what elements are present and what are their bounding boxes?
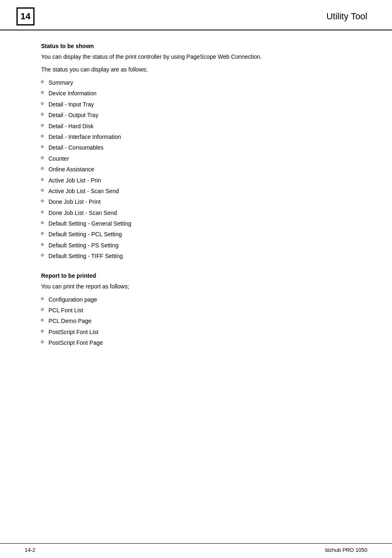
list-item-text: Online Assistance: [48, 165, 94, 174]
list-item-text: Done Job List - Scan Send: [48, 208, 117, 217]
bullet-dot-icon: [41, 200, 44, 202]
report-section: Report to be printed You can print the r…: [41, 272, 359, 348]
list-item: Detail - Output Tray: [41, 111, 359, 120]
report-heading: Report to be printed: [41, 272, 359, 279]
bullet-dot-icon: [41, 102, 44, 105]
list-item: Detail - Input Tray: [41, 100, 359, 109]
page-number: 14: [21, 11, 30, 22]
list-item-text: Detail - Output Tray: [48, 111, 98, 120]
list-item-text: PostScript Font List: [48, 327, 98, 337]
content-area: Status to be shown You can display the s…: [0, 30, 392, 392]
bullet-dot-icon: [41, 167, 44, 170]
list-item: Active Job List - Prin: [41, 176, 359, 185]
list-item-text: Summary: [48, 78, 73, 87]
bullet-dot-icon: [41, 297, 44, 300]
list-item: Detail - Consumables: [41, 143, 359, 152]
list-item: Detail - Hard Disk: [41, 122, 359, 131]
list-item: Active Job List - Scan Send: [41, 187, 359, 196]
list-item: Default Setting - General Setting: [41, 219, 359, 228]
list-item: Counter: [41, 154, 359, 163]
bullet-dot-icon: [41, 178, 44, 181]
bullet-dot-icon: [41, 211, 44, 213]
bullet-dot-icon: [41, 330, 44, 332]
list-item-text: Default Setting - General Setting: [48, 219, 131, 228]
footer-page-ref: 14-2: [25, 547, 35, 553]
list-item: Default Setting - TIFF Setting: [41, 251, 359, 261]
list-item: Done Job List - Print: [41, 197, 359, 206]
page-number-box: 14: [16, 7, 35, 25]
list-item-text: Detail - Hard Disk: [48, 122, 94, 131]
bullet-dot-icon: [41, 319, 44, 321]
bullet-dot-icon: [41, 189, 44, 191]
bullet-dot-icon: [41, 135, 44, 137]
list-item: Online Assistance: [41, 165, 359, 174]
page-footer: 14-2 bizhub PRO 1050: [0, 543, 392, 558]
list-item-text: PostScript Font Page: [48, 338, 103, 347]
status-paragraph1: You can display the status of the print …: [41, 53, 359, 61]
list-item-text: PCL Demo Page: [48, 316, 92, 325]
list-item-text: Default Setting - TIFF Setting: [48, 251, 123, 261]
status-paragraph2: The status you can display are as follow…: [41, 65, 359, 74]
list-item-text: PCL Font List: [48, 306, 83, 315]
list-item-text: Default Setting - PCL Setting: [48, 230, 122, 239]
list-item: Default Setting - PS Setting: [41, 241, 359, 250]
page-container: 14 Utility Tool Status to be shown You c…: [0, 0, 392, 558]
bullet-dot-icon: [41, 113, 44, 115]
bullet-dot-icon: [41, 232, 44, 235]
list-item-text: Done Job List - Print: [48, 197, 101, 206]
list-item: Device Information: [41, 89, 359, 98]
bullet-dot-icon: [41, 145, 44, 148]
list-item: PostScript Font List: [41, 327, 359, 337]
list-item: Summary: [41, 78, 359, 87]
bullet-dot-icon: [41, 157, 44, 159]
status-list: SummaryDevice InformationDetail - Input …: [41, 78, 359, 261]
list-item-text: Active Job List - Prin: [48, 176, 101, 185]
bullet-dot-icon: [41, 254, 44, 256]
list-item: Done Job List - Scan Send: [41, 208, 359, 217]
list-item-text: Configuration page: [48, 295, 97, 304]
bullet-dot-icon: [41, 91, 44, 94]
report-paragraph: You can print the report as follows;: [41, 282, 359, 291]
list-item-text: Detail - Interface Information: [48, 132, 121, 141]
list-item-text: Detail - Consumables: [48, 143, 104, 152]
list-item: PCL Font List: [41, 306, 359, 315]
list-item: PCL Demo Page: [41, 316, 359, 325]
report-list: Configuration pagePCL Font ListPCL Demo …: [41, 295, 359, 348]
status-section: Status to be shown You can display the s…: [41, 43, 359, 261]
bullet-dot-icon: [41, 243, 44, 246]
bullet-dot-icon: [41, 221, 44, 224]
list-item-text: Detail - Input Tray: [48, 100, 94, 109]
list-item: PostScript Font Page: [41, 338, 359, 347]
list-item: Detail - Interface Information: [41, 132, 359, 141]
footer-product: bizhub PRO 1050: [325, 547, 367, 553]
list-item-text: Device Information: [48, 89, 97, 98]
list-item: Configuration page: [41, 295, 359, 304]
list-item-text: Default Setting - PS Setting: [48, 241, 118, 250]
header-title: Utility Tool: [326, 11, 367, 22]
list-item-text: Active Job List - Scan Send: [48, 187, 119, 196]
bullet-dot-icon: [41, 81, 44, 83]
list-item-text: Counter: [48, 154, 69, 163]
page-header: 14 Utility Tool: [0, 0, 392, 30]
bullet-dot-icon: [41, 308, 44, 311]
list-item: Default Setting - PCL Setting: [41, 230, 359, 239]
bullet-dot-icon: [41, 341, 44, 343]
bullet-dot-icon: [41, 124, 44, 127]
status-heading: Status to be shown: [41, 43, 359, 49]
